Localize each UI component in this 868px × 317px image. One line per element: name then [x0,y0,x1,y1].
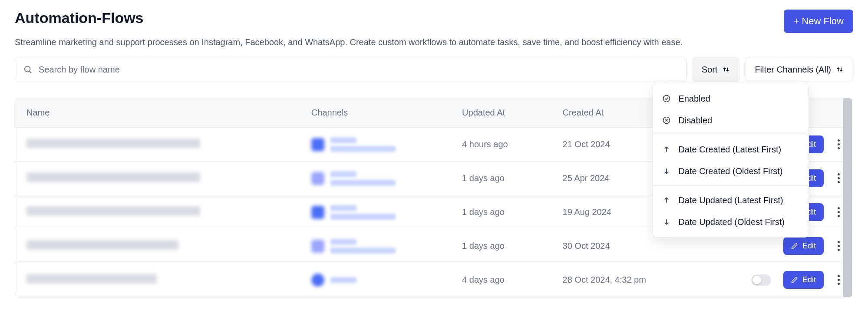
filter-channels-button[interactable]: Filter Channels (All) [746,57,853,82]
dropdown-divider [653,135,809,135]
sort-option-date-updated-oldest[interactable]: Date Updated (Oldest First) [653,211,809,233]
svg-point-2 [663,96,670,102]
updated-at-cell: 1 days ago [451,195,551,229]
row-menu-button[interactable] [836,238,842,254]
arrow-down-icon [662,167,671,175]
edit-label: Edit [802,241,816,251]
table-row: 4 days ago 28 Oct 2024, 4:32 pm Edit [15,263,853,297]
channel-cell [311,205,439,220]
sort-arrows-icon [835,65,844,74]
sort-label: Sort [702,65,718,75]
redacted-channel-icon [311,138,324,151]
page-subtitle: Streamline marketing and support process… [15,37,853,47]
channel-cell [311,137,439,152]
controls-row: Sort Enabled Disabled [15,57,853,82]
sort-button[interactable]: Sort [693,57,740,82]
sort-option-date-created-latest[interactable]: Date Created (Latest First) [653,139,809,160]
check-circle-icon [662,94,671,103]
sort-option-label: Date Created (Oldest First) [678,165,782,177]
edit-label: Edit [802,275,816,284]
redacted-name [26,274,157,284]
redacted-name [26,172,200,182]
redacted-channel-icon [311,274,324,287]
dropdown-divider [653,185,809,186]
channel-cell [311,171,439,186]
new-flow-button[interactable]: + New Flow [784,10,853,33]
sort-option-disabled[interactable]: Disabled [653,109,809,131]
status-toggle[interactable] [751,274,771,286]
redacted-channel-icon [311,240,324,253]
edit-button[interactable]: Edit [783,271,824,289]
svg-line-1 [30,71,31,73]
arrow-down-icon [662,218,671,226]
search-icon [23,65,33,74]
col-header-name: Name [15,98,300,128]
edit-button[interactable]: Edit [783,237,824,255]
redacted-name [26,139,200,148]
svg-point-0 [25,66,30,72]
redacted-channel-icon [311,172,324,185]
updated-at-cell: 1 days ago [451,162,551,195]
sort-option-label: Enabled [678,93,710,104]
redacted-name [26,206,200,216]
redacted-channel-icon [311,206,324,219]
search-box[interactable] [15,57,686,82]
row-menu-button[interactable] [836,205,842,220]
redacted-name [26,240,178,250]
page-title: Automation-Flows [15,10,144,26]
row-menu-button[interactable] [836,272,842,287]
updated-at-cell: 4 hours ago [451,128,551,162]
sort-arrows-icon [722,65,730,74]
row-menu-button[interactable] [836,137,842,152]
scrollbar[interactable] [843,98,852,297]
sort-option-label: Date Updated (Latest First) [678,195,783,206]
sort-option-date-created-oldest[interactable]: Date Created (Oldest First) [653,160,809,182]
updated-at-cell: 1 days ago [451,229,551,263]
sort-option-label: Date Updated (Oldest First) [678,216,785,228]
search-input[interactable] [38,64,678,75]
sort-option-date-updated-latest[interactable]: Date Updated (Latest First) [653,189,809,211]
pencil-icon [791,277,798,284]
channel-cell [311,239,439,254]
created-at-cell: 28 Oct 2024, 4:32 pm [551,263,686,297]
sort-option-label: Disabled [678,115,712,126]
updated-at-cell: 4 days ago [451,263,551,297]
row-menu-button[interactable] [836,171,842,186]
col-header-channels: Channels [300,98,451,128]
filter-label: Filter Channels (All) [755,65,831,75]
col-header-updated: Updated At [451,98,551,128]
arrow-up-icon [662,196,671,205]
arrow-up-icon [662,145,671,154]
sort-option-enabled[interactable]: Enabled [653,88,809,109]
sort-option-label: Date Created (Latest First) [678,144,781,155]
x-circle-icon [662,116,671,125]
channel-cell [311,274,439,287]
pencil-icon [791,243,798,250]
sort-dropdown: Enabled Disabled Date Created (Latest Fi… [653,83,809,238]
